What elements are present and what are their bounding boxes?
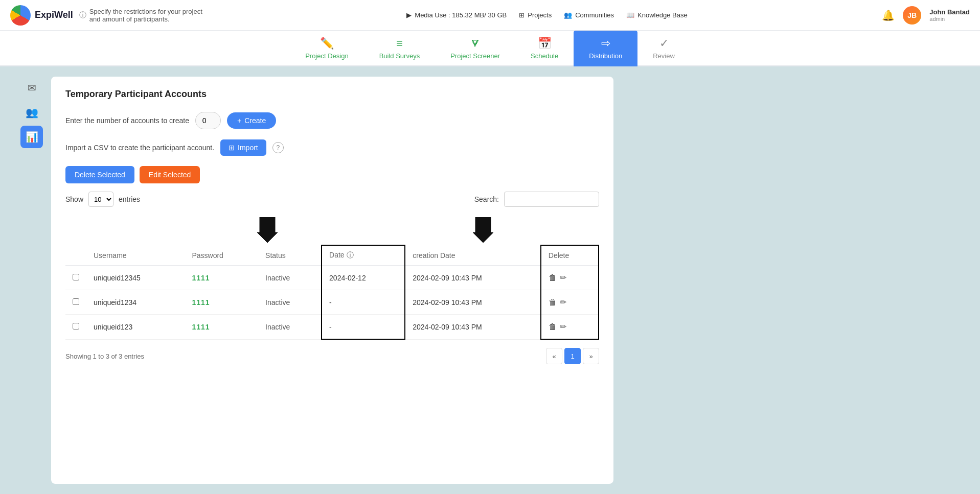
- row-checkbox-cell: [65, 315, 86, 340]
- row-actions-2: 🗑 ✏: [541, 290, 599, 315]
- edit-icon-3[interactable]: ✏: [560, 322, 566, 332]
- row-password-2: 1111: [185, 290, 258, 315]
- top-center-nav: ▶ Media Use : 185.32 MB/ 30 GB ⊞ Project…: [406, 11, 687, 19]
- tab-project-screener[interactable]: ⛛ Project Screener: [435, 31, 515, 66]
- logo-icon: [10, 5, 31, 26]
- controls-row: Show 10 25 50 entries Search:: [65, 192, 599, 207]
- row-date-1: 2024-02-12: [322, 266, 405, 290]
- edit-icon-1[interactable]: ✏: [560, 273, 566, 283]
- main-content: ✉ 👥 📊 Temporary Participant Accounts Ent…: [0, 66, 980, 494]
- media-use: ▶ Media Use : 185.32 MB/ 30 GB: [406, 11, 507, 19]
- row-username-2: uniqueid1234: [86, 290, 185, 315]
- table-row: uniqueid1234 1111 Inactive - 2024-02-09 …: [65, 290, 599, 315]
- projects-link[interactable]: ⊞ Projects: [519, 11, 552, 19]
- participants-table: Username Password Status Date ⓘ creation…: [65, 245, 599, 340]
- import-btn-label: Import: [238, 144, 258, 152]
- entries-label: entries: [119, 195, 140, 203]
- user-info: John Bantad admin: [929, 8, 970, 22]
- page-prev-prev-btn[interactable]: «: [546, 348, 562, 364]
- col-password: Password: [185, 245, 258, 266]
- col-date: Date ⓘ: [322, 245, 405, 266]
- info-icon: ⓘ: [79, 11, 86, 20]
- sidebar-mail-btn[interactable]: ✉: [20, 77, 43, 99]
- row-password-3: 1111: [185, 315, 258, 340]
- table-row: uniqueid123 1111 Inactive - 2024-02-09 1…: [65, 315, 599, 340]
- knowledge-base-label: Knowledge Base: [637, 11, 688, 19]
- row-date-3: -: [322, 315, 405, 340]
- sidebar-chart-btn[interactable]: 📊: [20, 126, 43, 148]
- user-name: John Bantad: [929, 8, 970, 16]
- show-label: Show: [65, 195, 83, 203]
- tab-distribution[interactable]: ⇨ Distribution: [574, 31, 637, 66]
- import-row: Import a CSV to create the participant a…: [65, 139, 599, 156]
- table-container: Username Password Status Date ⓘ creation…: [65, 214, 599, 340]
- page-next-next-btn[interactable]: »: [583, 348, 599, 364]
- row-checkbox-cell: [65, 266, 86, 290]
- tab-project-design[interactable]: ✏️ Project Design: [290, 31, 364, 66]
- info-area: ⓘ Specify the restrictions for your proj…: [79, 8, 212, 23]
- tab-schedule[interactable]: 📅 Schedule: [515, 31, 574, 66]
- review-icon: ✓: [659, 37, 669, 50]
- tab-build-surveys[interactable]: ≡ Build Surveys: [364, 31, 435, 66]
- row-checkbox-2[interactable]: [73, 298, 79, 305]
- edit-selected-btn[interactable]: Edit Selected: [140, 166, 200, 183]
- row-status-3: Inactive: [258, 315, 322, 340]
- project-screener-icon: ⛛: [470, 37, 481, 50]
- row-creation-date-2: 2024-02-09 10:43 PM: [405, 290, 541, 315]
- show-entries-select[interactable]: 10 25 50: [88, 192, 113, 207]
- play-icon: ▶: [406, 11, 412, 19]
- arrow-indicators: [65, 214, 599, 245]
- logo-area: ExpiWell: [10, 5, 73, 26]
- schedule-icon: 📅: [538, 37, 552, 50]
- delete-icon-3[interactable]: 🗑: [549, 322, 557, 332]
- svg-marker-0: [257, 217, 278, 243]
- col-creation-date: creation Date: [405, 245, 541, 266]
- showing-text: Showing 1 to 3 of 3 entries: [65, 352, 144, 360]
- delete-selected-btn[interactable]: Delete Selected: [65, 166, 134, 183]
- projects-label: Projects: [528, 11, 552, 19]
- account-count-input[interactable]: [195, 112, 221, 129]
- plus-icon: +: [237, 116, 241, 125]
- page-1-btn[interactable]: 1: [564, 348, 581, 364]
- row-checkbox-cell: [65, 290, 86, 315]
- row-status-1: Inactive: [258, 266, 322, 290]
- row-creation-date-3: 2024-02-09 10:43 PM: [405, 315, 541, 340]
- knowledge-base-link[interactable]: 📖 Knowledge Base: [626, 11, 688, 19]
- grid-icon: ⊞: [519, 11, 525, 19]
- delete-icon-2[interactable]: 🗑: [549, 298, 557, 307]
- tab-build-surveys-label: Build Surveys: [379, 52, 420, 60]
- footer-row: Showing 1 to 3 of 3 entries « 1 »: [65, 348, 599, 364]
- sidebar: ✉ 👥 📊: [20, 77, 46, 484]
- tab-distribution-label: Distribution: [589, 52, 622, 60]
- panel-title: Temporary Participant Accounts: [65, 89, 599, 100]
- top-right: 🔔 JB John Bantad admin: [882, 6, 970, 25]
- row-status-2: Inactive: [258, 290, 322, 315]
- row-checkbox-1[interactable]: [73, 274, 79, 280]
- media-use-label: Media Use : 185.32 MB/ 30 GB: [415, 11, 507, 19]
- bell-icon[interactable]: 🔔: [882, 9, 895, 21]
- distribution-icon: ⇨: [601, 37, 610, 50]
- create-btn[interactable]: + Create: [227, 112, 276, 129]
- tab-review-label: Review: [653, 52, 675, 60]
- info-text: Specify the restrictions for your projec…: [89, 8, 212, 23]
- sidebar-people-btn[interactable]: 👥: [20, 101, 43, 124]
- nav-tabs: ✏️ Project Design ≡ Build Surveys ⛛ Proj…: [0, 31, 980, 66]
- communities-link[interactable]: 👥 Communities: [564, 11, 614, 19]
- import-btn[interactable]: ⊞ Import: [220, 139, 266, 156]
- row-username-1: uniqueid12345: [86, 266, 185, 290]
- community-icon: 👥: [564, 11, 572, 19]
- tab-review[interactable]: ✓ Review: [637, 31, 690, 66]
- help-icon[interactable]: ?: [272, 142, 284, 153]
- row-actions-3: 🗑 ✏: [541, 315, 599, 340]
- edit-icon-2[interactable]: ✏: [560, 297, 566, 307]
- row-checkbox-3[interactable]: [73, 323, 79, 330]
- tab-project-screener-label: Project Screener: [450, 52, 500, 60]
- create-label: Enter the number of accounts to create: [65, 116, 189, 125]
- search-input[interactable]: [504, 192, 599, 207]
- user-role: admin: [929, 16, 945, 22]
- delete-icon-1[interactable]: 🗑: [549, 273, 557, 283]
- search-label: Search:: [474, 195, 499, 203]
- row-actions-1: 🗑 ✏: [541, 266, 599, 290]
- project-design-icon: ✏️: [320, 37, 334, 50]
- table-wrapper: Username Password Status Date ⓘ creation…: [65, 245, 599, 340]
